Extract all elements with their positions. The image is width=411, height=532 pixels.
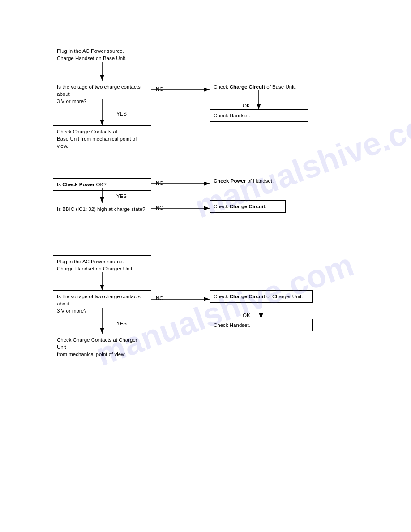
s2-box2-suffix: of Handset. bbox=[246, 178, 274, 184]
s3-box4-bold: Charge Circuit bbox=[230, 294, 265, 299]
s3-label-ok: OK bbox=[243, 313, 250, 318]
s1-box2-line2: 3 V or more? bbox=[57, 99, 86, 104]
s1-box1-line1: Plug in the AC Power source. bbox=[57, 48, 124, 54]
s1-box4-prefix: Check bbox=[214, 84, 230, 90]
s3-box3: Check Charge Contacts at Charger Unit fr… bbox=[53, 334, 151, 360]
s1-box1: Plug in the AC Power source. Charge Hand… bbox=[53, 45, 151, 64]
s3-box4-suffix: of Charger Unit. bbox=[265, 294, 303, 299]
s1-box5-text: Check Handset. bbox=[214, 113, 250, 118]
s1-box2: Is the voltage of two charge contacts ab… bbox=[53, 81, 151, 107]
s3-box4-prefix: Check bbox=[214, 294, 230, 299]
s3-box5-text: Check Handset. bbox=[214, 322, 250, 328]
s2-label-yes1: YES bbox=[116, 193, 127, 199]
s2-box2: Check Power of Handset. bbox=[210, 175, 308, 187]
s3-box5: Check Handset. bbox=[210, 319, 313, 331]
s1-label-no: NO bbox=[156, 86, 163, 92]
s2-label-no2: NO bbox=[156, 205, 163, 210]
s1-box5: Check Handset. bbox=[210, 109, 308, 122]
s2-box2-prefix: Check bbox=[214, 178, 231, 184]
s3-box1: Plug in the AC Power source. Charge Hand… bbox=[53, 255, 151, 275]
s1-box2-line1: Is the voltage of two charge contacts ab… bbox=[57, 84, 141, 97]
s3-label-no: NO bbox=[156, 296, 163, 301]
s3-box2: Is the voltage of two charge contacts ab… bbox=[53, 290, 151, 317]
s1-box3-line2: Base Unit from mechanical point of view. bbox=[57, 136, 137, 149]
s1-label-yes: YES bbox=[116, 111, 127, 116]
s2-box1-prefix: Is bbox=[57, 182, 62, 187]
s2-box4-suffix: . bbox=[265, 204, 266, 209]
page: Plug in the AC Power source. Charge Hand… bbox=[0, 0, 411, 532]
s3-box4: Check Charge Circuit of Charger Unit. bbox=[210, 290, 313, 303]
s1-box4: Check Charge Circuit of Base Unit. bbox=[210, 81, 308, 93]
s1-box4-bold: Charge Circuit bbox=[230, 84, 265, 90]
s1-box3-line1: Check Charge Contacts at bbox=[57, 129, 117, 134]
top-right-box bbox=[295, 13, 393, 22]
s1-box4-suffix: of Base Unit. bbox=[265, 84, 296, 90]
s1-label-ok: OK bbox=[243, 103, 250, 108]
s3-box3-line1: Check Charge Contacts at Charger Unit bbox=[57, 337, 137, 350]
s2-box1: Is Check Power OK? bbox=[53, 178, 151, 191]
s1-box1-line2: Charge Handset on Base Unit. bbox=[57, 56, 127, 61]
s2-box4: Check Charge Circuit. bbox=[210, 200, 286, 213]
s1-box3: Check Charge Contacts at Base Unit from … bbox=[53, 125, 151, 152]
s2-box4-bold: Charge Circuit bbox=[230, 204, 265, 209]
s3-box2-line2: 3 V or more? bbox=[57, 308, 86, 313]
s3-box3-line2: from mechanical point of view. bbox=[57, 352, 126, 357]
s3-box2-line1: Is the voltage of two charge contacts ab… bbox=[57, 294, 141, 306]
s3-label-yes: YES bbox=[116, 321, 127, 326]
s2-box4-prefix: Check bbox=[214, 204, 230, 209]
s2-box3-line1: Is BBIC (IC1: 32) high at charge state? bbox=[57, 206, 146, 212]
s2-box3: Is BBIC (IC1: 32) high at charge state? bbox=[53, 203, 151, 215]
s3-box1-line1: Plug in the AC Power source. bbox=[57, 259, 124, 264]
s2-box1-bold: Check Power bbox=[62, 182, 94, 187]
s2-box1-suffix: OK? bbox=[94, 182, 106, 187]
s2-box2-bold: Power bbox=[231, 178, 246, 184]
s3-box1-line2: Charge Handset on Charger Unit. bbox=[57, 266, 133, 271]
s2-label-no1: NO bbox=[156, 180, 163, 186]
